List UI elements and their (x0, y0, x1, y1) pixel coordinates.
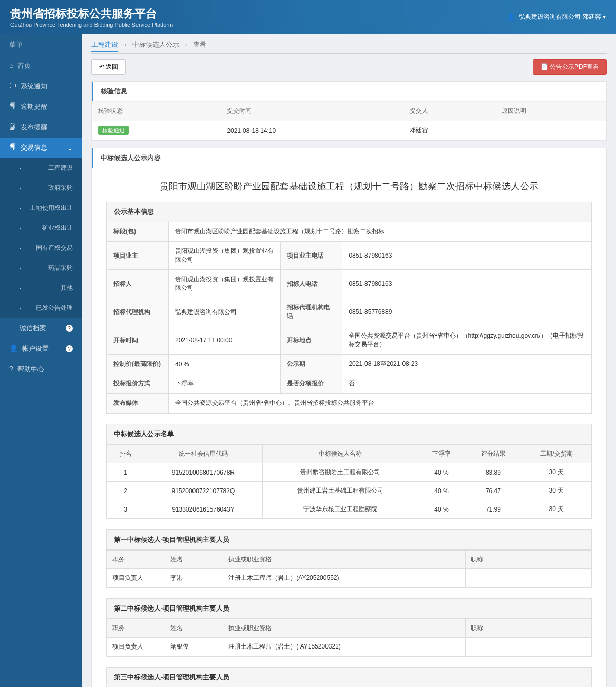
sidebar-sub-item-0[interactable]: 工程建设 (0, 158, 82, 178)
sidebar-item-0[interactable]: ⌂首页 (0, 55, 82, 76)
breadcrumb-2[interactable]: 中标候选人公示 (132, 41, 179, 48)
candidate-row: 191520100680170678R贵州黔咨勘岩土工程有限公司40 %83.8… (107, 463, 591, 482)
sidebar-icon: 🗐 (9, 143, 16, 151)
sidebar-icon: 🗐 (9, 123, 16, 131)
sidebar-sub-item-7[interactable]: 已发公告处理 (0, 298, 82, 318)
sidebar: 菜单 ⌂首页🖵系统通知🗐逾期提醒🗐发布提醒🗐交易信息⌄工程建设政府采购土地使用权… (0, 34, 82, 687)
personnel-row: 项目负责人李港注册土木工程师（岩土）(AY205200552) (107, 569, 591, 587)
sidebar-sub-item-2[interactable]: 土地使用权出让 (0, 198, 82, 218)
sidebar-menu-label: 菜单 (0, 34, 82, 55)
candidate-row: 391330206161576043Y宁波华东核工业工程勘察院40 %71.99… (107, 500, 591, 519)
sidebar-item-1[interactable]: 🖵系统通知 (0, 76, 82, 96)
header: 贵州省招标投标公共服务平台 GuiZhou Province Tendering… (0, 0, 616, 34)
sidebar-item-7[interactable]: ?帮助中心 (0, 359, 82, 380)
breadcrumb-1[interactable]: 工程建设 (91, 41, 118, 52)
pdf-view-button[interactable]: 📄 公告公示PDF查看 (533, 59, 607, 75)
sidebar-item-2[interactable]: 🗐逾期提醒 (0, 96, 82, 117)
back-button[interactable]: ↶ 返回 (91, 59, 126, 75)
personnel-block-0: 第一中标候选人-项目管理机构主要人员职务姓名执业或职业资格职称项目负责人李港注册… (106, 529, 592, 588)
user-dropdown[interactable]: 弘典建设咨询有限公司-邓廷容 ▾ (507, 13, 606, 22)
verify-title: 核验信息 (92, 82, 606, 101)
help-badge: ? (66, 345, 73, 352)
sidebar-item-3[interactable]: 🗐发布提醒 (0, 117, 82, 138)
sidebar-icon: 🗐 (9, 102, 16, 110)
sidebar-sub-item-1[interactable]: 政府采购 (0, 178, 82, 198)
sidebar-sub-item-3[interactable]: 矿业权出让 (0, 218, 82, 238)
sidebar-sub-item-6[interactable]: 其他 (0, 278, 82, 298)
candidates-block: 中标候选人公示名单 排名统一社会信用代码中标候选人名称下浮率评分结果工期/交货期… (106, 424, 592, 519)
content-header: 中标候选人公示内容 (92, 148, 606, 168)
sidebar-icon: ≣ (9, 324, 15, 332)
sidebar-sub-item-5[interactable]: 药品采购 (0, 258, 82, 278)
help-badge: ? (66, 325, 73, 332)
sidebar-icon: 👤 (9, 344, 18, 352)
breadcrumb: 工程建设 › 中标候选人公示 › 查看 (91, 40, 607, 54)
personnel-row: 项目负责人阚银俊注册土木工程师（岩土）( AY155200322) (107, 638, 591, 656)
sidebar-item-4[interactable]: 🗐交易信息⌄ (0, 138, 82, 158)
sidebar-sub-item-4[interactable]: 国有产权交易 (0, 238, 82, 258)
sidebar-icon: ⌂ (9, 61, 13, 69)
candidate-row: 291520000722107782Q贵州建工岩土基础工程有限公司40 %76.… (107, 482, 591, 500)
verify-table: 核验状态 提交时间 提交人 原因说明 核验通过 2021-08-18 14:10… (92, 101, 606, 140)
platform-subtitle: GuiZhou Province Tendering and Bidding P… (10, 22, 173, 28)
platform-title: 贵州省招标投标公共服务平台 (10, 6, 173, 22)
status-badge: 核验通过 (98, 126, 129, 135)
verify-row: 核验通过 2021-08-18 14:10 邓廷容 (92, 121, 606, 141)
announcement-title: 贵阳市观山湖区盼盼产业园配套基础设施工程（规划十二号路）勘察二次招标中标候选人公… (92, 168, 606, 202)
sidebar-icon: 🖵 (9, 82, 16, 90)
personnel-block-2: 第三中标候选人-项目管理机构主要人员职务姓名执业或职业资格职称项目负责人郑德录注… (106, 667, 592, 687)
personnel-block-1: 第二中标候选人-项目管理机构主要人员职务姓名执业或职业资格职称项目负责人阚银俊注… (106, 598, 592, 657)
basic-info-block: 公示基本信息 标段(包)贵阳市观山湖区盼盼产业园配套基础设施工程（规划十二号路）… (106, 202, 592, 414)
sidebar-item-6[interactable]: 👤帐户设置? (0, 339, 82, 359)
chevron-down-icon: ⌄ (67, 144, 73, 152)
breadcrumb-3: 查看 (193, 41, 206, 48)
verify-panel: 核验信息 核验状态 提交时间 提交人 原因说明 核验通过 2021-08-18 … (91, 81, 607, 141)
main-content: 工程建设 › 中标候选人公示 › 查看 ↶ 返回 📄 公告公示PDF查看 核验信… (82, 34, 616, 687)
content-panel: 中标候选人公示内容 贵阳市观山湖区盼盼产业园配套基础设施工程（规划十二号路）勘察… (91, 148, 607, 687)
sidebar-icon: ? (9, 365, 13, 373)
sidebar-item-5[interactable]: ≣诚信档案? (0, 318, 82, 339)
